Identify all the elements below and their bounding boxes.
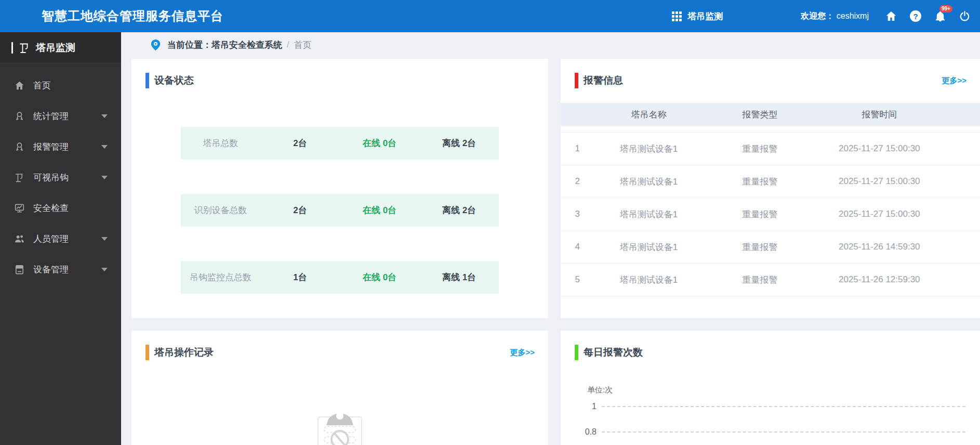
- alarm-more-link[interactable]: 更多>>: [942, 76, 966, 86]
- clipped-row: [561, 126, 980, 133]
- daily-alarm-chart: 单位:次 1 0.8: [561, 385, 965, 437]
- device-status-rows: 塔吊总数 2台 在线 0台 离线 2台 识别设备总数 2台 在线 0台 离线 2…: [181, 127, 499, 294]
- panel-accent-bar: [145, 345, 149, 360]
- chart-gridline-row: 0.8: [561, 427, 965, 437]
- notification-badge: 99+: [939, 5, 952, 12]
- power-icon: [959, 10, 971, 22]
- operation-log-panel: 塔吊操作记录 更多>>: [131, 331, 548, 445]
- breadcrumb-prefix: 当前位置：: [167, 39, 211, 51]
- panel-title: 塔吊操作记录: [154, 346, 214, 359]
- sidebar-item-stats-mgmt[interactable]: 统计管理: [0, 101, 121, 132]
- question-icon: ?: [910, 10, 921, 22]
- sidebar-header: 塔吊监测: [0, 32, 121, 63]
- tower-crane-icon: [18, 42, 31, 54]
- ytick-label: 1: [561, 402, 597, 411]
- logout-button[interactable]: [957, 9, 972, 23]
- panel-title: 每日报警次数: [584, 346, 643, 359]
- alarm-row: 3 塔吊测试设备1 重量报警 2025-11-27 15:00:30: [561, 198, 980, 231]
- sidebar-accent-bar: [11, 42, 13, 54]
- alarm-table: 塔吊名称 报警类型 报警时间 1 塔吊测试设备1 重量报警 2025-11-27…: [561, 103, 980, 296]
- caret-down-icon: [101, 145, 108, 149]
- sidebar-title: 塔吊监测: [36, 41, 75, 55]
- col-alarm-time: 报警时间: [816, 109, 942, 121]
- col-crane-name: 塔吊名称: [594, 109, 704, 121]
- apps-grid-icon: [672, 11, 682, 21]
- alarm-row: 5 塔吊测试设备1 重量报警 2025-11-26 12:59:30: [561, 264, 980, 296]
- help-button[interactable]: ?: [908, 9, 923, 23]
- welcome-text: 欢迎您： ceshixmj: [801, 11, 869, 22]
- app-switcher-button[interactable]: 塔吊监测: [672, 10, 723, 22]
- alarm-table-header: 塔吊名称 报警类型 报警时间: [561, 103, 980, 126]
- notifications-button[interactable]: 99+: [933, 9, 947, 23]
- panel-header: 每日报警次数: [561, 331, 980, 360]
- sidebar-item-alarm-mgmt[interactable]: 报警管理: [0, 132, 121, 162]
- panel-header: 设备状态: [131, 59, 548, 88]
- stat-row-recognition-devices: 识别设备总数 2台 在线 0台 离线 2台: [181, 194, 499, 227]
- sidebar-menu: 首页 统计管理 报警管理 可视吊钩 安全检查 人员管理 设备管理: [0, 63, 121, 285]
- panel-title: 报警信息: [584, 74, 623, 87]
- location-pin-icon: [149, 38, 162, 51]
- caret-down-icon: [101, 268, 108, 271]
- panel-accent-bar: [145, 73, 149, 88]
- monitor-chart-icon: [14, 203, 25, 214]
- medal-icon: [14, 141, 25, 153]
- stat-row-tower-cranes: 塔吊总数 2台 在线 0台 离线 2台: [181, 127, 499, 160]
- daily-alarm-chart-panel: 每日报警次数 单位:次 1 0.8: [561, 331, 980, 445]
- panel-accent-bar: [575, 73, 578, 88]
- caret-down-icon: [101, 237, 108, 241]
- breadcrumb-section: 塔吊安全检查系统: [211, 39, 282, 51]
- platform-title: 智慧工地综合管理服务信息平台: [42, 8, 223, 24]
- chart-unit-label: 单位:次: [587, 385, 965, 395]
- panel-header: 报警信息 更多>>: [561, 59, 980, 88]
- dashed-gridline: [602, 431, 965, 433]
- people-icon: [14, 233, 25, 245]
- col-alarm-type: 报警类型: [703, 109, 816, 121]
- panel-header: 塔吊操作记录 更多>>: [131, 331, 548, 360]
- stat-row-hook-monitors: 吊钩监控点总数 1台 在线 0台 离线 1台: [181, 261, 499, 294]
- device-status-panel: 设备状态 塔吊总数 2台 在线 0台 离线 2台 识别设备总数 2台 在线 0台…: [131, 59, 548, 318]
- welcome-label: 欢迎您：: [801, 11, 834, 20]
- home-button[interactable]: [884, 9, 898, 23]
- breadcrumb-separator: /: [287, 40, 289, 50]
- sidebar: 塔吊监测 首页 统计管理 报警管理 可视吊钩 安全检查 人员管理: [0, 32, 121, 445]
- breadcrumb-current[interactable]: 首页: [294, 39, 312, 51]
- home-icon: [14, 80, 25, 91]
- alarm-row: 4 塔吊测试设备1 重量报警 2025-11-26 14:59:30: [561, 231, 980, 264]
- caret-down-icon: [101, 176, 108, 179]
- header-right-cluster: 塔吊监测 欢迎您： ceshixmj ? 99+: [672, 9, 972, 23]
- panel-title: 设备状态: [154, 74, 194, 87]
- top-header-bar: 智慧工地综合管理服务信息平台 塔吊监测 欢迎您： ceshixmj ? 99+: [0, 0, 980, 32]
- username: ceshixmj: [837, 11, 869, 20]
- operation-log-more-link[interactable]: 更多>>: [510, 348, 535, 358]
- sidebar-item-home[interactable]: 首页: [0, 70, 121, 101]
- alarm-row: 1 塔吊测试设备1 重量报警 2025-11-27 15:00:30: [561, 133, 980, 165]
- sidebar-item-device-mgmt[interactable]: 设备管理: [0, 254, 121, 285]
- sidebar-item-visual-hook[interactable]: 可视吊钩: [0, 162, 121, 193]
- caret-down-icon: [101, 114, 108, 118]
- chart-gridline-row: 1: [561, 402, 965, 411]
- empty-clipboard-icon: [309, 410, 371, 445]
- crane-hook-icon: [14, 172, 25, 184]
- sidebar-item-safety-check[interactable]: 安全检查: [0, 193, 121, 224]
- dashed-gridline: [602, 406, 965, 407]
- home-icon: [885, 10, 897, 22]
- empty-state: [131, 410, 548, 445]
- device-icon: [14, 264, 25, 276]
- alarm-row: 2 塔吊测试设备1 重量报警 2025-11-27 15:00:30: [561, 165, 980, 198]
- medal-icon: [14, 111, 25, 122]
- dashboard-grid: 设备状态 塔吊总数 2台 在线 0台 离线 2台 识别设备总数 2台 在线 0台…: [121, 59, 980, 445]
- app-switcher-label: 塔吊监测: [687, 10, 723, 22]
- main-content: 当前位置： 塔吊安全检查系统 / 首页 设备状态 塔吊总数 2台 在线 0台 离…: [121, 32, 980, 445]
- ytick-label: 0.8: [561, 427, 597, 437]
- panel-accent-bar: [575, 345, 578, 360]
- breadcrumb: 当前位置： 塔吊安全检查系统 / 首页: [121, 32, 980, 57]
- alarm-info-panel: 报警信息 更多>> 塔吊名称 报警类型 报警时间 1 塔吊测试设备1 重量报警 …: [561, 59, 980, 318]
- sidebar-item-personnel-mgmt[interactable]: 人员管理: [0, 224, 121, 254]
